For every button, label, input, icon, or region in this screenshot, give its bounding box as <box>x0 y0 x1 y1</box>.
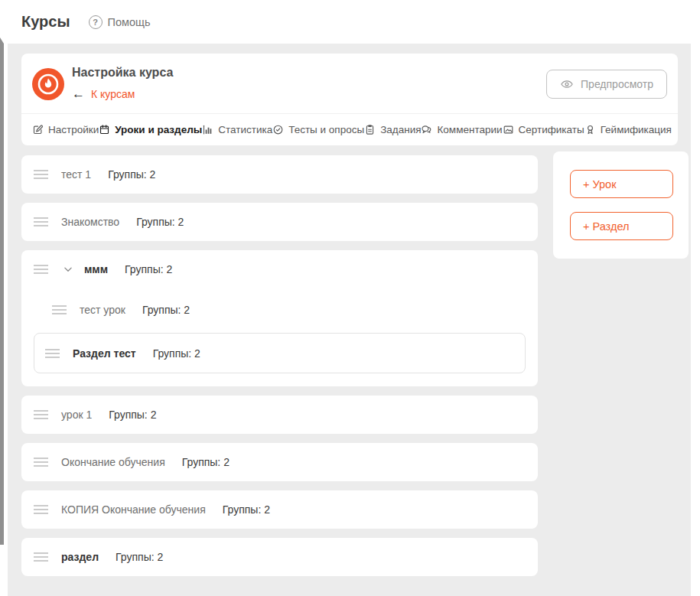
course-header-card: Настройка курса ← К курсам Предпросмотр … <box>21 54 678 145</box>
edit-icon <box>32 124 44 135</box>
nested-lesson-row[interactable]: тест урок Группы: 2 <box>40 288 538 331</box>
lessons-list: тест 1 Группы: 2 Знакомство Группы: 2 мм… <box>21 155 538 585</box>
lesson-title: Знакомство <box>61 216 119 228</box>
section-header[interactable]: ммм Группы: 2 <box>21 250 538 288</box>
drag-handle-icon[interactable] <box>34 505 48 514</box>
add-lesson-button[interactable]: + Урок <box>570 170 673 198</box>
help-label: Помощь <box>108 16 151 28</box>
section-title: раздел <box>61 551 99 563</box>
groups-count: Группы: 2 <box>223 503 270 516</box>
bar-chart-icon <box>202 124 213 135</box>
lesson-row[interactable]: урок 1 Группы: 2 <box>21 396 538 434</box>
lesson-row[interactable]: КОПИЯ Окончание обучения Группы: 2 <box>21 490 538 529</box>
tab-label: Задания <box>380 124 421 135</box>
tab-label: Статистика <box>218 124 272 135</box>
preview-button[interactable]: Предпросмотр <box>546 70 667 99</box>
clipboard-icon <box>364 124 376 135</box>
preview-button-label: Предпросмотр <box>581 78 653 90</box>
tab-settings[interactable]: Настройки <box>32 124 99 135</box>
left-arrow-icon: ← <box>72 87 85 100</box>
comments-icon <box>421 124 432 135</box>
tab-label: Сертификаты <box>519 124 584 135</box>
eye-icon <box>560 77 574 91</box>
tab-label: Комментарии <box>437 124 502 135</box>
tab-label: Геймификация <box>601 124 672 135</box>
add-section-button[interactable]: + Раздел <box>570 212 673 240</box>
chevron-down-icon[interactable] <box>61 262 75 276</box>
drag-handle-icon[interactable] <box>34 170 48 179</box>
calendar-icon <box>99 124 110 135</box>
drag-handle-icon[interactable] <box>34 265 48 274</box>
tab-tests-and-surveys[interactable]: Тесты и опросы <box>272 124 364 135</box>
content-panel: Настройка курса ← К курсам Предпросмотр … <box>8 44 691 596</box>
course-tabs: Настройки Уроки и разделы Статистика <box>21 113 678 145</box>
course-settings-title: Настройка курса <box>72 66 173 80</box>
lesson-title: КОПИЯ Окончание обучения <box>61 503 206 516</box>
groups-count: Группы: 2 <box>136 216 184 228</box>
course-logo-icon <box>32 68 64 100</box>
tab-lessons-and-sections[interactable]: Уроки и разделы <box>99 124 202 135</box>
tab-label: Тесты и опросы <box>288 124 364 135</box>
help-button[interactable]: ? Помощь <box>89 15 151 29</box>
tab-assignments[interactable]: Задания <box>364 124 421 135</box>
section-title: Раздел тест <box>73 347 136 360</box>
section-title: ммм <box>84 263 108 275</box>
groups-count: Группы: 2 <box>108 168 155 181</box>
add-actions-card: + Урок + Раздел <box>553 151 689 259</box>
lesson-row[interactable]: Окончание обучения Группы: 2 <box>21 443 538 481</box>
back-link-label: К курсам <box>91 88 135 100</box>
lesson-row[interactable]: тест 1 Группы: 2 <box>21 155 538 194</box>
image-icon <box>503 124 514 135</box>
tab-statistics[interactable]: Статистика <box>202 124 272 135</box>
drag-handle-icon[interactable] <box>34 410 48 419</box>
tab-certificates[interactable]: Сертификаты <box>503 124 584 135</box>
lesson-title: тест 1 <box>61 168 91 181</box>
lesson-title: Окончание обучения <box>61 456 165 468</box>
groups-count: Группы: 2 <box>153 347 200 360</box>
tab-gamification[interactable]: Геймификация <box>584 124 672 135</box>
window-header: Курсы ? Помощь <box>0 0 700 44</box>
drag-handle-icon[interactable] <box>34 552 48 562</box>
drag-handle-icon[interactable] <box>52 305 67 314</box>
groups-count: Группы: 2 <box>109 409 156 421</box>
scrollbar-arrow-icon <box>0 37 4 44</box>
tab-label: Настройки <box>48 124 99 135</box>
drag-handle-icon[interactable] <box>34 458 48 467</box>
groups-count: Группы: 2 <box>116 551 163 563</box>
section-row[interactable]: раздел Группы: 2 <box>21 538 538 576</box>
groups-count: Группы: 2 <box>142 304 190 316</box>
section-row-expanded: ммм Группы: 2 тест урок Группы: 2 Раздел… <box>21 250 538 386</box>
drag-handle-icon[interactable] <box>45 349 60 358</box>
tab-comments[interactable]: Комментарии <box>421 124 502 135</box>
groups-count: Группы: 2 <box>182 456 230 468</box>
back-to-courses-link[interactable]: ← К курсам <box>72 87 135 100</box>
question-icon: ? <box>89 15 103 29</box>
lesson-title: тест урок <box>80 304 125 316</box>
nested-section-row[interactable]: Раздел тест Группы: 2 <box>34 333 526 373</box>
vertical-scrollbar[interactable] <box>0 44 4 545</box>
award-icon <box>584 124 596 135</box>
check-circle-icon <box>272 124 284 135</box>
tab-label: Уроки и разделы <box>115 124 202 135</box>
drag-handle-icon[interactable] <box>34 217 48 226</box>
lesson-title: урок 1 <box>61 409 92 421</box>
page-title: Курсы <box>21 13 70 31</box>
lesson-row[interactable]: Знакомство Группы: 2 <box>21 203 538 241</box>
groups-count: Группы: 2 <box>125 263 172 275</box>
